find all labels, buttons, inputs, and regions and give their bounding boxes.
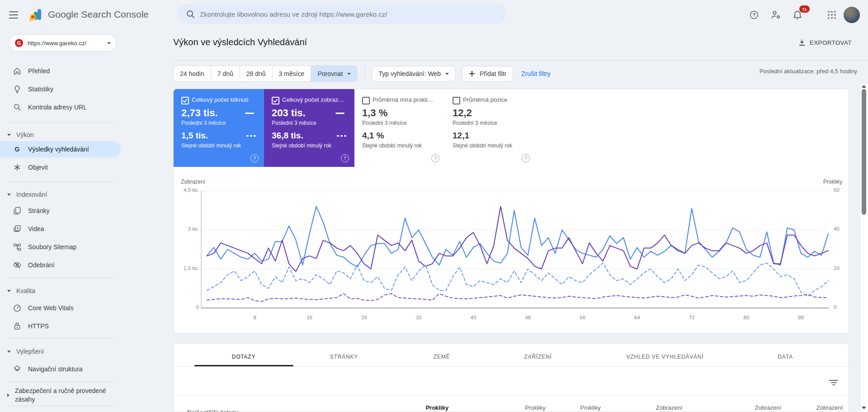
brand-product: Search Console: [81, 9, 149, 19]
compare-button[interactable]: Porovnat: [311, 66, 357, 81]
sidebar-item-label: Zabezpečení a ručně provedené zásahy: [15, 387, 113, 404]
help-icon[interactable]: ?: [745, 6, 763, 24]
sidebar-divider: [8, 277, 114, 278]
download-icon: [798, 38, 806, 47]
metric-card-ctr[interactable]: Průměrná míra prokli… 1,3 % Poslední 3 m…: [354, 89, 445, 167]
help-icon[interactable]: ?: [341, 154, 349, 162]
sidebar-item-https[interactable]: HTTPS: [0, 317, 121, 335]
divider: [173, 60, 868, 61]
tab-vzhled-ve-vyhledavani[interactable]: VZHLED VE VYHLEDÁVÁNÍ: [622, 350, 708, 364]
column-header-clicks[interactable]: Prokliky: [580, 404, 601, 411]
layers-icon: [13, 365, 22, 374]
clear-filters-link[interactable]: Zrušit filtry: [521, 70, 551, 77]
tab-data[interactable]: DATA: [773, 350, 797, 364]
card-prev-period: Stejné období minulý rok: [362, 142, 422, 149]
x-axis-tick: 16: [307, 315, 312, 320]
x-axis-tick: 48: [525, 315, 531, 320]
sidebar-item-overview[interactable]: Přehled: [0, 62, 121, 80]
search-input[interactable]: [199, 10, 503, 19]
sidebar-item-pages[interactable]: Stránky: [0, 202, 121, 220]
checkbox-unchecked[interactable]: [453, 97, 460, 104]
dimensions-panel: DOTAZY STRÁNKY ZEMĚ ZAŘÍZENÍ VZHLED VE V…: [173, 343, 849, 412]
sidebar-section-indexing[interactable]: Indexování: [0, 188, 121, 201]
apps-grid-icon[interactable]: [823, 6, 841, 24]
chevron-right-icon: [7, 393, 9, 397]
range-3m-button[interactable]: 3 měsíce: [273, 66, 311, 81]
column-header-impressions[interactable]: Zobrazení: [816, 404, 843, 411]
property-favicon: G: [15, 39, 23, 47]
scrollbar-up-arrow-icon[interactable]: [862, 85, 866, 88]
metric-card-clicks[interactable]: Celkový počet kliknutí 2,73 tis. Posledn…: [174, 89, 264, 167]
app-title: Google Search Console: [48, 9, 149, 20]
help-icon[interactable]: ?: [431, 154, 439, 162]
property-selector[interactable]: G https://www.gareko.cz/: [9, 34, 117, 52]
sidebar-item-label: Odebrání: [28, 261, 54, 269]
eye-off-icon: [13, 260, 22, 270]
tab-zarizeni[interactable]: ZAŘÍZENÍ: [519, 350, 556, 364]
scrollbar-down-arrow-icon[interactable]: [862, 407, 866, 409]
sidebar-item-label: Výsledky vyhledávání: [28, 146, 89, 153]
chevron-down-icon: [107, 42, 111, 44]
sidebar-item-videos[interactable]: Videa: [0, 220, 121, 238]
sidebar-item-removals[interactable]: Odebrání: [0, 256, 121, 274]
sidebar-section-experience[interactable]: Kvalita: [0, 284, 121, 297]
sidebar-item-discover[interactable]: Objevit: [0, 158, 121, 176]
help-icon[interactable]: ?: [250, 154, 259, 162]
hamburger-menu-icon[interactable]: [8, 9, 19, 20]
add-filter-chip[interactable]: Přidat filtr: [462, 66, 513, 81]
filter-list-icon[interactable]: [828, 379, 839, 387]
sidebar-divider: [8, 123, 114, 123]
sidebar-section-performance[interactable]: Výkon: [0, 128, 121, 141]
range-28d-button[interactable]: 28 dnů: [240, 66, 273, 81]
page-title: Výkon ve výsledcích Vyhledávání: [173, 37, 307, 47]
avatar[interactable]: [844, 7, 860, 23]
chart-line-impressions-previous: [207, 294, 828, 301]
range-24h-button[interactable]: 24 hodin: [174, 66, 211, 81]
chevron-down-icon: [7, 194, 11, 196]
sitemap-icon: [13, 242, 22, 251]
sidebar-item-url-inspection[interactable]: Kontrola adresy URL: [0, 98, 121, 116]
search-type-chip[interactable]: Typ vyhledávání: Web: [372, 66, 455, 81]
export-button[interactable]: EXPORTOVAT: [798, 38, 852, 47]
svg-text:?: ?: [753, 12, 756, 18]
checkbox-checked[interactable]: [181, 97, 189, 104]
sidebar-item-sitemaps[interactable]: Soubory Sitemap: [0, 238, 121, 256]
help-icon[interactable]: ?: [522, 154, 530, 162]
sidebar-item-core-web-vitals[interactable]: Core Web Vitals: [0, 299, 121, 317]
sidebar-item-label: HTTPS: [28, 322, 49, 330]
sidebar-item-insights[interactable]: Statistiky: [0, 80, 121, 98]
card-period: Poslední 3 měsíce: [181, 120, 226, 126]
metric-card-impressions[interactable]: Celkový počet zobraz… 203 tis. Poslední …: [264, 89, 354, 167]
search-console-logo-icon: [29, 7, 43, 22]
url-inspection-searchbar[interactable]: [178, 4, 506, 24]
brand-google: Google: [48, 9, 79, 19]
pages-icon: [13, 206, 22, 215]
tab-stranky[interactable]: STRÁNKY: [326, 350, 363, 364]
sidebar-item-label: Core Web Vitals: [28, 304, 74, 312]
card-value: 2,73 tis.: [181, 107, 218, 119]
scrollbar-thumb[interactable]: [862, 89, 866, 215]
column-header-impressions[interactable]: Zobrazení: [755, 404, 782, 411]
column-header-clicks[interactable]: Prokliky: [525, 404, 546, 411]
column-header-clicks-sorted[interactable]: Prokliky: [426, 404, 449, 411]
plus-icon: [469, 71, 475, 77]
checkbox-unchecked[interactable]: [362, 97, 370, 104]
chart-line-clicks: [207, 207, 828, 267]
performance-line-chart[interactable]: [174, 177, 849, 326]
user-settings-icon[interactable]: [767, 6, 785, 24]
sidebar-item-label: Objevit: [28, 164, 48, 171]
column-header-impressions[interactable]: Zobrazení: [656, 404, 683, 411]
card-prev-value: 1,5 tis.: [181, 131, 208, 141]
sidebar-item-breadcrumbs[interactable]: Navigační struktura: [0, 360, 121, 378]
metric-card-position[interactable]: Průměrná pozice 12,2 Poslední 3 měsíce 1…: [445, 89, 535, 167]
solid-line-legend-icon: [335, 113, 344, 114]
tab-zeme[interactable]: ZEMĚ: [429, 350, 455, 364]
sidebar-section-enhancements[interactable]: Vylepšení: [0, 345, 121, 358]
sidebar-item-security-manual-actions[interactable]: Zabezpečení a ručně provedené zásahy: [0, 387, 113, 404]
checkbox-checked[interactable]: [272, 97, 279, 104]
tab-dotazy[interactable]: DOTAZY: [227, 350, 260, 364]
column-header-queries[interactable]: Nejčastější dotazy: [187, 409, 238, 412]
sidebar-item-search-results[interactable]: G Výsledky vyhledávání: [0, 141, 121, 157]
x-axis-tick: 24: [361, 315, 367, 320]
range-7d-button[interactable]: 7 dnů: [211, 66, 240, 81]
